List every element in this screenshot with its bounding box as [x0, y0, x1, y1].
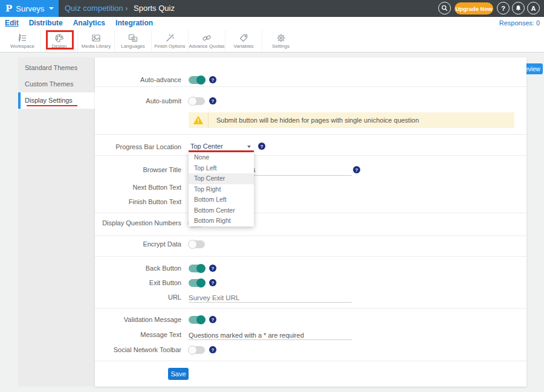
progress-bar-help-icon[interactable]: ?: [258, 143, 265, 150]
surveys-menu[interactable]: P Surveys: [0, 0, 59, 17]
sidebar-item-label: Standard Themes: [25, 64, 77, 71]
edit-toolbar: Workspace Design Media Library x A: [0, 30, 544, 53]
chevron-down-icon: [49, 7, 54, 10]
dropdown-option-top-left[interactable]: Top Left: [189, 163, 254, 174]
auto-advance-toggle[interactable]: [189, 76, 205, 84]
back-button-toggle[interactable]: [189, 265, 205, 272]
toggle-knob: [188, 240, 197, 249]
social-network-toolbar-help-icon[interactable]: ?: [209, 346, 216, 353]
account-avatar[interactable]: A: [527, 2, 540, 14]
divider: [95, 86, 526, 87]
display-settings-panel: Auto-advance ? Auto-submit ? Submit butt…: [95, 57, 526, 387]
back-button-help-icon[interactable]: ?: [209, 265, 216, 272]
tab-integration[interactable]: Integration: [115, 17, 153, 30]
divider: [95, 213, 526, 213]
toolbar-variables-label: Variables: [234, 43, 254, 49]
finish-button-text-label: Finish Button Text: [95, 198, 181, 205]
warning-triangle-icon: [193, 116, 203, 124]
validation-message-toggle[interactable]: [189, 316, 205, 324]
message-text-label: Message Text: [95, 331, 181, 338]
divider: [95, 361, 526, 361]
toolbar-variables[interactable]: Variables: [225, 30, 262, 52]
toolbar-finish-options[interactable]: Finish Options: [152, 30, 189, 52]
validation-message-help-icon[interactable]: ?: [209, 316, 216, 323]
toolbar-settings-label: Settings: [272, 43, 290, 49]
auto-submit-toggle[interactable]: [189, 97, 205, 105]
notifications-button[interactable]: [512, 2, 525, 14]
next-button-text-label: Next Button Text: [95, 184, 181, 191]
avatar-letter: A: [531, 5, 536, 12]
toolbar-languages[interactable]: x A Languages: [115, 30, 152, 52]
breadcrumb-parent[interactable]: Quiz competition: [65, 0, 123, 17]
exit-button-help-icon[interactable]: ?: [209, 279, 216, 286]
toggle-knob: [196, 76, 206, 85]
sidebar-item-standard-themes[interactable]: Standard Themes: [18, 60, 95, 76]
responses-count[interactable]: Responses: 0: [499, 17, 540, 30]
tab-analytics[interactable]: Analytics: [73, 17, 105, 30]
breadcrumb-separator-icon: ›: [125, 0, 128, 16]
auto-submit-help-icon[interactable]: ?: [209, 97, 216, 104]
progress-bar-location-dropdown: None Top Left Top Center Top Right Botto…: [189, 152, 254, 227]
toolbar-advance-quotas-label: Advance Quotas: [189, 43, 224, 49]
languages-icon: x A: [128, 33, 138, 43]
design-icon: [54, 33, 64, 43]
toolbar-workspace[interactable]: Workspace: [4, 30, 41, 52]
toggle-knob: [196, 264, 206, 273]
dropdown-option-top-center[interactable]: Top Center: [189, 173, 254, 184]
dropdown-option-bottom-right[interactable]: Bottom Right: [189, 216, 254, 227]
upgrade-now-button[interactable]: Upgrade Now: [455, 2, 493, 14]
browser-title-help-icon[interactable]: ?: [353, 166, 360, 173]
auto-submit-label: Auto-submit: [95, 97, 181, 104]
dropdown-option-bottom-left[interactable]: Bottom Left: [189, 194, 254, 205]
social-network-toolbar-toggle[interactable]: [189, 346, 205, 354]
dropdown-option-none[interactable]: None: [189, 152, 254, 163]
validation-message-label: Validation Message: [95, 316, 181, 323]
finish-options-icon: [165, 33, 175, 43]
top-bar: P Surveys Quiz competition › Sports Quiz…: [0, 0, 544, 17]
workspace-icon: [18, 33, 27, 43]
divider: [95, 155, 526, 156]
auto-advance-label: Auto-advance: [95, 76, 181, 83]
encrypt-data-label: Encrypt Data: [95, 240, 181, 248]
exit-url-label: URL: [95, 294, 181, 301]
exit-url-input[interactable]: [189, 293, 352, 303]
tab-distribute[interactable]: Distribute: [29, 17, 63, 30]
auto-advance-help-icon[interactable]: ?: [209, 76, 216, 83]
sidebar-item-custom-themes[interactable]: Custom Themes: [18, 76, 95, 92]
warning-text: Submit button will be hidden for pages w…: [209, 117, 419, 124]
toolbar-advance-quotas[interactable]: Advance Quotas: [189, 30, 225, 52]
divider: [95, 256, 526, 257]
exit-button-toggle[interactable]: [189, 279, 205, 287]
toolbar-settings[interactable]: Settings: [262, 30, 299, 52]
sidebar-item-label: Display Settings: [25, 97, 73, 104]
variables-icon: [239, 33, 248, 43]
toolbar-workspace-label: Workspace: [10, 43, 34, 49]
svg-text:A: A: [134, 38, 136, 42]
toolbar-media-library[interactable]: Media Library: [78, 30, 115, 52]
svg-text:x: x: [131, 36, 132, 39]
search-button[interactable]: [438, 2, 451, 14]
social-network-toolbar-label: Social Network Toolbar: [95, 346, 181, 353]
divider: [95, 236, 526, 236]
auto-submit-warning: Submit button will be hidden for pages w…: [189, 112, 514, 128]
encrypt-data-toggle[interactable]: [189, 240, 205, 248]
toggle-knob: [188, 345, 197, 355]
divider: [95, 308, 526, 309]
help-button[interactable]: ?: [497, 2, 510, 14]
question-mark-icon: ?: [501, 5, 505, 12]
browser-title-label: Browser Title: [95, 166, 181, 173]
section-tabs: Edit Distribute Analytics Integration: [0, 17, 544, 30]
progress-bar-location-label: Progress Bar Location: [95, 143, 181, 150]
tab-edit[interactable]: Edit: [5, 17, 19, 30]
dropdown-option-bottom-center[interactable]: Bottom Center: [189, 205, 254, 216]
sidebar-item-display-settings[interactable]: Display Settings: [18, 92, 95, 109]
progress-bar-location-select[interactable]: Top Center: [190, 143, 223, 150]
toolbar-languages-label: Languages: [121, 43, 145, 49]
toolbar-design[interactable]: Design: [41, 30, 78, 52]
questionpro-app: P Surveys Quiz competition › Sports Quiz…: [0, 0, 544, 392]
dropdown-option-top-right[interactable]: Top Right: [189, 184, 254, 195]
message-text-input[interactable]: [189, 330, 352, 340]
save-button[interactable]: Save: [168, 368, 189, 380]
toolbar-media-library-label: Media Library: [82, 43, 111, 49]
sidebar-item-label: Custom Themes: [25, 80, 74, 88]
